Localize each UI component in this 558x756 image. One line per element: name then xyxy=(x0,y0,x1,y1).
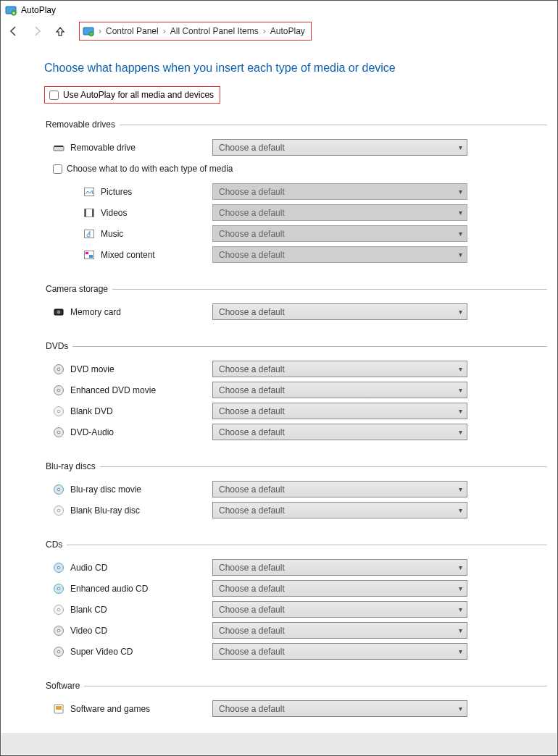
row-label: Removable drive xyxy=(70,143,136,153)
section-title: Blu-ray discs xyxy=(44,461,100,471)
row-enhanced-dvd-movie: Enhanced DVD movieChoose a default▾ xyxy=(44,379,547,400)
chevron-down-icon: ▾ xyxy=(459,563,462,571)
combo-pictures[interactable]: Choose a default▾ xyxy=(212,183,467,200)
chevron-down-icon: ▾ xyxy=(459,407,462,415)
combo-enhanced-audio-cd[interactable]: Choose a default▾ xyxy=(212,580,467,597)
video-cd-icon xyxy=(53,625,64,637)
svg-point-4 xyxy=(89,32,93,36)
svg-point-20 xyxy=(57,389,60,392)
chevron-down-icon: ▾ xyxy=(459,365,462,373)
combo-software-games[interactable]: Choose a default▾ xyxy=(212,700,467,717)
dvd-audio-icon xyxy=(53,427,64,438)
use-autoplay-checkbox[interactable] xyxy=(49,91,59,100)
row-label: Videos xyxy=(101,208,127,218)
combo-music[interactable]: Choose a default▾ xyxy=(212,225,467,242)
chevron-down-icon: ▾ xyxy=(459,485,462,493)
row-label: Blank DVD xyxy=(70,406,113,416)
section-removable-drives: Removable drives Removable drive Choose … xyxy=(44,119,547,265)
row-label: DVD-Audio xyxy=(70,427,114,437)
combo-enhanced-dvd-movie[interactable]: Choose a default▾ xyxy=(212,382,467,398)
row-audio-cd: Audio CDChoose a default▾ xyxy=(44,557,547,578)
row-label: Enhanced DVD movie xyxy=(70,385,156,395)
row-videos: Videos Choose a default▾ xyxy=(44,202,547,223)
chevron-down-icon: ▾ xyxy=(459,230,462,238)
removable-drive-icon xyxy=(53,142,64,154)
chevron-down-icon: ▾ xyxy=(459,647,462,655)
chevron-down-icon: ▾ xyxy=(459,705,462,713)
row-label: Super Video CD xyxy=(70,647,133,657)
mixed-content-icon xyxy=(83,249,95,261)
breadcrumb[interactable]: › Control Panel › All Control Panel Item… xyxy=(79,22,312,41)
row-dvd-audio: DVD-AudioChoose a default▾ xyxy=(44,421,547,442)
combo-blank-cd[interactable]: Choose a default▾ xyxy=(212,601,467,618)
blank-disc-icon xyxy=(53,406,64,417)
dvd-icon xyxy=(53,364,64,375)
blank-disc-icon xyxy=(53,505,64,516)
use-autoplay-checkbox-row[interactable]: Use AutoPlay for all media and devices xyxy=(44,86,220,104)
combo-dvd-audio[interactable]: Choose a default▾ xyxy=(212,424,467,440)
combo-blank-bluray[interactable]: Choose a default▾ xyxy=(212,502,467,518)
crumb-control-panel[interactable]: Control Panel xyxy=(106,26,159,36)
svg-point-24 xyxy=(57,431,60,434)
music-icon xyxy=(83,228,95,240)
videos-icon xyxy=(83,207,95,219)
row-enhanced-audio-cd: Enhanced audio CDChoose a default▾ xyxy=(44,578,547,599)
nav-toolbar: › Control Panel › All Control Panel Item… xyxy=(1,20,557,43)
row-music: Music Choose a default▾ xyxy=(44,223,547,244)
row-software-games: Software and gamesChoose a default▾ xyxy=(44,698,547,719)
svg-rect-13 xyxy=(86,252,88,254)
combo-videos[interactable]: Choose a default▾ xyxy=(212,204,467,221)
forward-button[interactable] xyxy=(31,25,43,37)
combo-video-cd[interactable]: Choose a default▾ xyxy=(212,622,467,639)
combo-mixed-content[interactable]: Choose a default▾ xyxy=(212,246,467,263)
combo-super-video-cd[interactable]: Choose a default▾ xyxy=(212,643,467,660)
up-button[interactable] xyxy=(54,25,66,37)
combo-dvd-movie[interactable]: Choose a default▾ xyxy=(212,361,467,377)
choose-each-type-row[interactable]: Choose what to do with each type of medi… xyxy=(44,158,547,181)
autoplay-icon xyxy=(5,4,17,16)
svg-point-36 xyxy=(57,629,60,632)
combo-removable-drive[interactable]: Choose a default▾ xyxy=(212,139,467,156)
combo-audio-cd[interactable]: Choose a default▾ xyxy=(212,559,467,576)
row-pictures: Pictures Choose a default▾ xyxy=(44,181,547,202)
section-title: DVDs xyxy=(44,341,72,351)
svg-point-16 xyxy=(57,310,61,314)
combo-bluray-movie[interactable]: Choose a default▾ xyxy=(212,481,467,497)
crumb-all-items[interactable]: All Control Panel Items xyxy=(170,26,259,36)
software-icon xyxy=(53,703,64,715)
svg-rect-6 xyxy=(54,146,63,147)
pictures-icon xyxy=(83,186,95,198)
row-blank-bluray: Blank Blu-ray discChoose a default▾ xyxy=(44,500,547,521)
back-button[interactable] xyxy=(8,25,20,37)
row-removable-drive: Removable drive Choose a default▾ xyxy=(44,137,547,158)
row-label: Blank Blu-ray disc xyxy=(70,505,140,516)
chevron-down-icon: ▾ xyxy=(459,143,462,151)
row-blank-dvd: Blank DVDChoose a default▾ xyxy=(44,400,547,421)
row-label: Memory card xyxy=(70,307,121,317)
row-label: Music xyxy=(101,229,123,239)
audio-cd-icon xyxy=(53,583,64,595)
svg-rect-40 xyxy=(56,706,62,710)
row-label: Mixed content xyxy=(101,250,155,260)
chevron-right-icon: › xyxy=(99,26,101,36)
svg-point-26 xyxy=(57,488,60,491)
choose-each-type-checkbox[interactable] xyxy=(53,164,62,174)
svg-point-34 xyxy=(57,608,60,611)
section-camera-storage: Camera storage Memory card Choose a defa… xyxy=(44,284,547,322)
chevron-down-icon: ▾ xyxy=(459,605,462,613)
combo-blank-dvd[interactable]: Choose a default▾ xyxy=(212,403,467,419)
chevron-down-icon: ▾ xyxy=(459,209,462,217)
crumb-autoplay[interactable]: AutoPlay xyxy=(270,26,305,36)
chevron-down-icon: ▾ xyxy=(459,506,462,514)
row-super-video-cd: Super Video CDChoose a default▾ xyxy=(44,641,547,662)
chevron-down-icon: ▾ xyxy=(459,386,462,394)
bottom-strip xyxy=(1,733,557,755)
svg-point-30 xyxy=(57,566,60,569)
section-title: CDs xyxy=(44,539,67,550)
row-label: Blank CD xyxy=(70,605,107,615)
section-software: Software Software and gamesChoose a defa… xyxy=(44,681,547,719)
chevron-down-icon: ▾ xyxy=(459,188,462,196)
combo-memory-card[interactable]: Choose a default▾ xyxy=(212,303,467,320)
blank-disc-icon xyxy=(53,604,64,616)
svg-rect-9 xyxy=(85,209,86,217)
